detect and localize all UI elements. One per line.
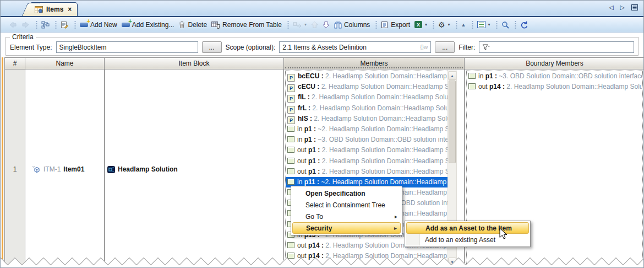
- scrollbar-thumb[interactable]: [449, 81, 456, 163]
- header-boundary-members[interactable]: Boundary Members: [465, 57, 643, 69]
- toolbar-group-spec: [54, 19, 73, 31]
- move-down-button[interactable]: [321, 20, 331, 30]
- member-row[interactable]: PbcECU : 2. Headlamp Solution Domain::He…: [286, 71, 448, 82]
- add-new-label: Add New: [90, 21, 117, 29]
- options-button[interactable]: ⚙▾: [436, 20, 452, 30]
- add-existing-button[interactable]: Add Existing...: [120, 20, 176, 30]
- back-button[interactable]: [7, 20, 19, 29]
- criteria-legend: Criteria: [10, 33, 36, 41]
- columns-button[interactable]: Columns: [332, 20, 372, 30]
- select-in-tree-button[interactable]: [40, 20, 51, 30]
- port-icon: [287, 168, 294, 174]
- tab-nav-back-icon[interactable]: ◁: [609, 4, 613, 11]
- tab-list-menu-icon[interactable]: [631, 4, 638, 10]
- remove-from-table-label: Remove From Table: [222, 21, 282, 29]
- member-row[interactable]: PfrL : 2. Headlamp Solution Domain::Head…: [286, 103, 448, 114]
- element-type-field[interactable]: SingleBlockItem: [56, 41, 198, 53]
- view-mode-button[interactable]: ▾: [476, 20, 492, 29]
- add-new-button[interactable]: Add New: [78, 20, 119, 30]
- element-type-browse-button[interactable]: ...: [202, 41, 222, 53]
- menu-item-select-in-containment-tree[interactable]: Select in Containment Tree: [292, 199, 401, 211]
- menu-item-add-to-an-existing-asset[interactable]: Add to an existing Asset: [406, 234, 529, 245]
- member-row[interactable]: out p1 : 2. Headlamp Solution Domain::He…: [286, 145, 448, 156]
- excel-export-button[interactable]: X▾: [413, 20, 429, 29]
- header-name-label: Name: [56, 60, 73, 67]
- scope-field[interactable]: 2.1 Items & Assets Definition{}w: [279, 41, 431, 53]
- menu-item-add-as-an-asset-to-the-item[interactable]: Add as an Asset to the Item: [406, 222, 529, 234]
- name-cell[interactable]: ITM-1 Item01: [25, 69, 105, 268]
- tab-nav-forward-icon[interactable]: ▷: [620, 4, 625, 11]
- header-name[interactable]: Name: [25, 57, 105, 69]
- delete-label: Delete: [188, 21, 207, 29]
- refresh-icon: [520, 21, 528, 29]
- toolbar-group-refresh: [514, 19, 532, 31]
- toolbar-group-options: ⚙▾: [432, 19, 455, 31]
- search-icon: [501, 21, 509, 29]
- member-row[interactable]: out p1 : 2. Headlamp Solution Domain::He…: [286, 156, 448, 167]
- gear-icon: ⚙: [438, 21, 445, 29]
- member-row[interactable]: in p1 : ~3. OBD Solution Domain::OBD sol…: [467, 71, 642, 82]
- open-specification-button[interactable]: [59, 20, 70, 30]
- move-up-button[interactable]: [309, 20, 320, 30]
- member-row[interactable]: out p1 : 2. Headlamp Solution Domain::He…: [286, 167, 448, 177]
- remove-from-table-button[interactable]: Remove From Table: [210, 20, 283, 30]
- scroll-up-icon: ▲: [450, 74, 454, 78]
- header-number[interactable]: #: [4, 57, 25, 69]
- search-button[interactable]: [500, 20, 511, 30]
- export-label: Export: [391, 21, 410, 29]
- toolbar-group-tree: [35, 19, 54, 31]
- member-row[interactable]: PcECU : 2. Headlamp Solution Domain::Hea…: [286, 82, 448, 92]
- filter-field[interactable]: [479, 41, 634, 53]
- menu-item-open-specification[interactable]: Open Specification: [292, 187, 401, 199]
- nest-rows-button[interactable]: ▾: [291, 20, 308, 29]
- port-icon: [287, 179, 294, 185]
- collapse-criteria-button[interactable]: ▲: [460, 21, 468, 29]
- toolbar-group-search: [495, 19, 514, 31]
- export-button[interactable]: Export: [379, 20, 412, 30]
- filter-label: Filter:: [459, 44, 475, 51]
- scope-browse-button[interactable]: ...: [435, 41, 455, 53]
- scroll-up-button[interactable]: ▲: [448, 71, 456, 80]
- port-icon: [287, 242, 294, 248]
- member-row[interactable]: out p14 : 2. Headlamp Solution Domain::H…: [467, 82, 642, 92]
- header-members[interactable]: Members: [284, 57, 465, 69]
- member-row[interactable]: PhIS : 2. Headlamp Solution Domain::Head…: [286, 114, 448, 124]
- options-dropdown-icon: ▾: [448, 22, 450, 27]
- tab-items[interactable]: Items ×: [31, 2, 78, 16]
- tab-title: Items: [46, 6, 63, 13]
- criteria-group: Criteria Element Type: SingleBlockItem .…: [5, 33, 639, 56]
- refresh-button[interactable]: [519, 20, 530, 30]
- tab-close-icon[interactable]: ×: [68, 6, 72, 13]
- scroll-down-button[interactable]: ▼: [448, 258, 456, 266]
- port-icon: [287, 136, 294, 142]
- item-cube-icon: [32, 165, 41, 174]
- menu-item-go-to[interactable]: Go To▸: [292, 211, 401, 222]
- items-table: # Name Item Block Members Boundary Membe…: [1, 57, 643, 268]
- filter-funnel-icon: [482, 44, 490, 51]
- port-icon: [468, 73, 476, 79]
- member-row[interactable]: in p1 : ~3. OBD Solution Domain::OBD sol…: [286, 135, 448, 145]
- port-icon: [287, 126, 294, 132]
- context-menu: Open SpecificationSelect in Containment …: [291, 186, 402, 235]
- element-type-label: Element Type:: [10, 44, 52, 51]
- port-icon: [287, 147, 294, 153]
- submenu-arrow-icon: ▸: [394, 225, 397, 231]
- block-icon: [107, 166, 115, 173]
- part-property-icon: P: [287, 74, 295, 82]
- item-block-name: Headlamp Solution: [118, 165, 178, 173]
- toolbar-group-history: [2, 19, 35, 31]
- member-row[interactable]: in p1 : ~2. Headlamp Solution Domain::He…: [286, 124, 448, 135]
- forward-icon: [21, 22, 30, 28]
- header-item-block[interactable]: Item Block: [105, 57, 284, 69]
- forward-button[interactable]: [20, 20, 32, 29]
- scroll-down-icon: ▼: [450, 260, 454, 264]
- row-number-cell[interactable]: 1: [4, 69, 25, 268]
- menu-item-security[interactable]: Security▸: [292, 222, 401, 234]
- delete-button[interactable]: Delete: [177, 20, 209, 30]
- header-item-block-label: Item Block: [178, 60, 209, 67]
- item-block-cell[interactable]: Headlamp Solution: [105, 69, 284, 268]
- trash-icon: [178, 21, 185, 29]
- member-row[interactable]: PfIL : 2. Headlamp Solution Domain::Head…: [286, 92, 448, 103]
- columns-icon: [334, 21, 342, 29]
- member-row[interactable]: out p14 : 2. Headlamp Solution Domain::H…: [286, 251, 448, 261]
